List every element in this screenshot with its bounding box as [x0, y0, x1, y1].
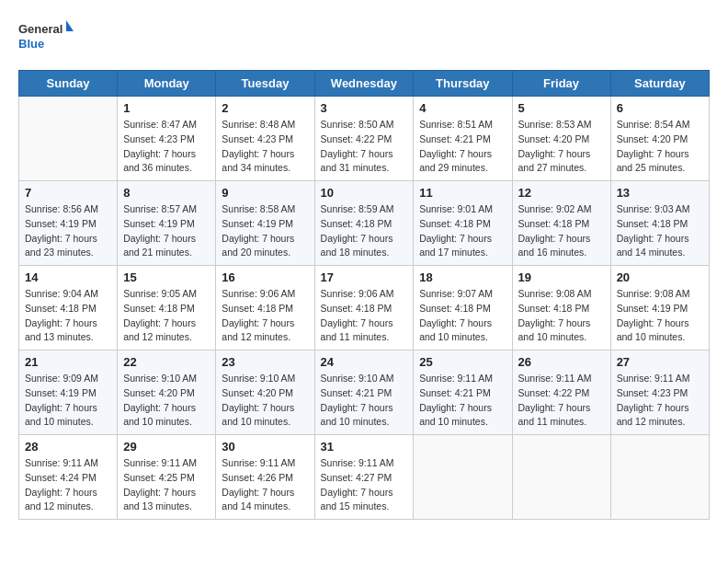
- calendar-cell: 15Sunrise: 9:05 AMSunset: 4:18 PMDayligh…: [118, 266, 216, 350]
- calendar-cell: 11Sunrise: 9:01 AMSunset: 4:18 PMDayligh…: [414, 181, 512, 266]
- calendar-cell: 13Sunrise: 9:03 AMSunset: 4:18 PMDayligh…: [610, 181, 709, 266]
- svg-text:Blue: Blue: [18, 37, 44, 51]
- calendar-cell: 21Sunrise: 9:09 AMSunset: 4:19 PMDayligh…: [19, 350, 118, 435]
- calendar-cell: 17Sunrise: 9:06 AMSunset: 4:18 PMDayligh…: [314, 266, 414, 350]
- calendar-cell: 31Sunrise: 9:11 AMSunset: 4:27 PMDayligh…: [314, 435, 414, 520]
- day-info: Sunrise: 8:53 AMSunset: 4:20 PMDaylight:…: [518, 118, 605, 176]
- day-number: 21: [25, 355, 111, 369]
- day-info: Sunrise: 9:08 AMSunset: 4:18 PMDaylight:…: [518, 287, 605, 345]
- calendar-cell: 16Sunrise: 9:06 AMSunset: 4:18 PMDayligh…: [216, 266, 314, 350]
- calendar-cell: 23Sunrise: 9:10 AMSunset: 4:20 PMDayligh…: [216, 350, 314, 435]
- calendar-cell: 22Sunrise: 9:10 AMSunset: 4:20 PMDayligh…: [118, 350, 216, 435]
- day-info: Sunrise: 9:11 AMSunset: 4:26 PMDaylight:…: [222, 456, 308, 514]
- day-info: Sunrise: 9:11 AMSunset: 4:24 PMDaylight:…: [25, 456, 111, 514]
- calendar-cell: 4Sunrise: 8:51 AMSunset: 4:21 PMDaylight…: [414, 97, 512, 181]
- day-info: Sunrise: 9:05 AMSunset: 4:18 PMDaylight:…: [123, 287, 210, 345]
- day-info: Sunrise: 8:58 AMSunset: 4:19 PMDaylight:…: [222, 202, 308, 260]
- weekday-header: Monday: [118, 71, 216, 97]
- day-info: Sunrise: 9:10 AMSunset: 4:21 PMDaylight:…: [321, 372, 408, 430]
- logo-svg: General Blue: [18, 18, 74, 55]
- day-info: Sunrise: 9:04 AMSunset: 4:18 PMDaylight:…: [25, 287, 111, 345]
- calendar-cell: 18Sunrise: 9:07 AMSunset: 4:18 PMDayligh…: [414, 266, 512, 350]
- day-number: 18: [419, 270, 506, 284]
- day-number: 29: [123, 440, 210, 454]
- calendar-cell: 27Sunrise: 9:11 AMSunset: 4:23 PMDayligh…: [610, 350, 709, 435]
- day-number: 26: [518, 355, 605, 369]
- day-number: 3: [321, 101, 408, 115]
- calendar-cell: 6Sunrise: 8:54 AMSunset: 4:20 PMDaylight…: [610, 97, 709, 181]
- day-number: 17: [321, 270, 408, 284]
- calendar-week-row: 1Sunrise: 8:47 AMSunset: 4:23 PMDaylight…: [19, 97, 710, 181]
- calendar-cell: 26Sunrise: 9:11 AMSunset: 4:22 PMDayligh…: [512, 350, 610, 435]
- weekday-header: Thursday: [414, 71, 512, 97]
- day-number: 11: [419, 186, 506, 200]
- weekday-header: Friday: [512, 71, 610, 97]
- day-info: Sunrise: 9:08 AMSunset: 4:19 PMDaylight:…: [617, 287, 703, 345]
- calendar-cell: 29Sunrise: 9:11 AMSunset: 4:25 PMDayligh…: [118, 435, 216, 520]
- day-info: Sunrise: 9:10 AMSunset: 4:20 PMDaylight:…: [222, 372, 308, 430]
- day-info: Sunrise: 8:54 AMSunset: 4:20 PMDaylight:…: [617, 118, 703, 176]
- day-info: Sunrise: 8:50 AMSunset: 4:22 PMDaylight:…: [321, 118, 408, 176]
- day-info: Sunrise: 9:06 AMSunset: 4:18 PMDaylight:…: [321, 287, 408, 345]
- day-number: 4: [419, 101, 506, 115]
- day-number: 9: [222, 186, 308, 200]
- calendar-cell: 7Sunrise: 8:56 AMSunset: 4:19 PMDaylight…: [19, 181, 118, 266]
- weekday-header-row: SundayMondayTuesdayWednesdayThursdayFrid…: [19, 71, 710, 97]
- calendar-week-row: 21Sunrise: 9:09 AMSunset: 4:19 PMDayligh…: [19, 350, 710, 435]
- calendar-cell: 28Sunrise: 9:11 AMSunset: 4:24 PMDayligh…: [19, 435, 118, 520]
- day-info: Sunrise: 8:47 AMSunset: 4:23 PMDaylight:…: [123, 118, 210, 176]
- day-info: Sunrise: 9:11 AMSunset: 4:25 PMDaylight:…: [123, 456, 210, 514]
- day-info: Sunrise: 9:10 AMSunset: 4:20 PMDaylight:…: [123, 372, 210, 430]
- day-info: Sunrise: 9:01 AMSunset: 4:18 PMDaylight:…: [419, 202, 506, 260]
- day-number: 25: [419, 355, 506, 369]
- calendar-cell: 19Sunrise: 9:08 AMSunset: 4:18 PMDayligh…: [512, 266, 610, 350]
- calendar-cell: 8Sunrise: 8:57 AMSunset: 4:19 PMDaylight…: [118, 181, 216, 266]
- calendar-cell: [19, 97, 118, 181]
- day-info: Sunrise: 9:11 AMSunset: 4:23 PMDaylight:…: [617, 372, 703, 430]
- day-info: Sunrise: 9:02 AMSunset: 4:18 PMDaylight:…: [518, 202, 605, 260]
- weekday-header: Saturday: [610, 71, 709, 97]
- calendar-week-row: 7Sunrise: 8:56 AMSunset: 4:19 PMDaylight…: [19, 181, 710, 266]
- calendar-table: SundayMondayTuesdayWednesdayThursdayFrid…: [18, 70, 710, 520]
- weekday-header: Wednesday: [314, 71, 414, 97]
- calendar-cell: [512, 435, 610, 520]
- day-number: 5: [518, 101, 605, 115]
- calendar-cell: 20Sunrise: 9:08 AMSunset: 4:19 PMDayligh…: [610, 266, 709, 350]
- day-number: 1: [123, 101, 210, 115]
- page-header: General Blue: [18, 18, 710, 55]
- day-number: 8: [123, 186, 210, 200]
- day-number: 30: [222, 440, 308, 454]
- day-number: 7: [25, 186, 111, 200]
- day-number: 22: [123, 355, 210, 369]
- logo: General Blue: [18, 18, 74, 55]
- calendar-cell: [414, 435, 512, 520]
- calendar-cell: 5Sunrise: 8:53 AMSunset: 4:20 PMDaylight…: [512, 97, 610, 181]
- day-info: Sunrise: 9:06 AMSunset: 4:18 PMDaylight:…: [222, 287, 308, 345]
- day-number: 20: [617, 270, 703, 284]
- day-number: 12: [518, 186, 605, 200]
- day-info: Sunrise: 9:11 AMSunset: 4:27 PMDaylight:…: [321, 456, 408, 514]
- calendar-week-row: 28Sunrise: 9:11 AMSunset: 4:24 PMDayligh…: [19, 435, 710, 520]
- day-info: Sunrise: 9:09 AMSunset: 4:19 PMDaylight:…: [25, 372, 111, 430]
- day-number: 23: [222, 355, 308, 369]
- calendar-cell: 10Sunrise: 8:59 AMSunset: 4:18 PMDayligh…: [314, 181, 414, 266]
- day-info: Sunrise: 9:07 AMSunset: 4:18 PMDaylight:…: [419, 287, 506, 345]
- calendar-cell: 3Sunrise: 8:50 AMSunset: 4:22 PMDaylight…: [314, 97, 414, 181]
- day-number: 24: [321, 355, 408, 369]
- day-info: Sunrise: 9:11 AMSunset: 4:22 PMDaylight:…: [518, 372, 605, 430]
- day-number: 2: [222, 101, 308, 115]
- day-number: 27: [617, 355, 703, 369]
- day-info: Sunrise: 8:57 AMSunset: 4:19 PMDaylight:…: [123, 202, 210, 260]
- day-info: Sunrise: 8:59 AMSunset: 4:18 PMDaylight:…: [321, 202, 408, 260]
- weekday-header: Sunday: [19, 71, 118, 97]
- day-info: Sunrise: 8:56 AMSunset: 4:19 PMDaylight:…: [25, 202, 111, 260]
- day-number: 31: [321, 440, 408, 454]
- day-number: 6: [617, 101, 703, 115]
- day-info: Sunrise: 9:11 AMSunset: 4:21 PMDaylight:…: [419, 372, 506, 430]
- svg-marker-2: [66, 20, 74, 31]
- calendar-cell: 9Sunrise: 8:58 AMSunset: 4:19 PMDaylight…: [216, 181, 314, 266]
- svg-text:General: General: [18, 22, 63, 36]
- calendar-cell: [610, 435, 709, 520]
- calendar-cell: 14Sunrise: 9:04 AMSunset: 4:18 PMDayligh…: [19, 266, 118, 350]
- weekday-header: Tuesday: [216, 71, 314, 97]
